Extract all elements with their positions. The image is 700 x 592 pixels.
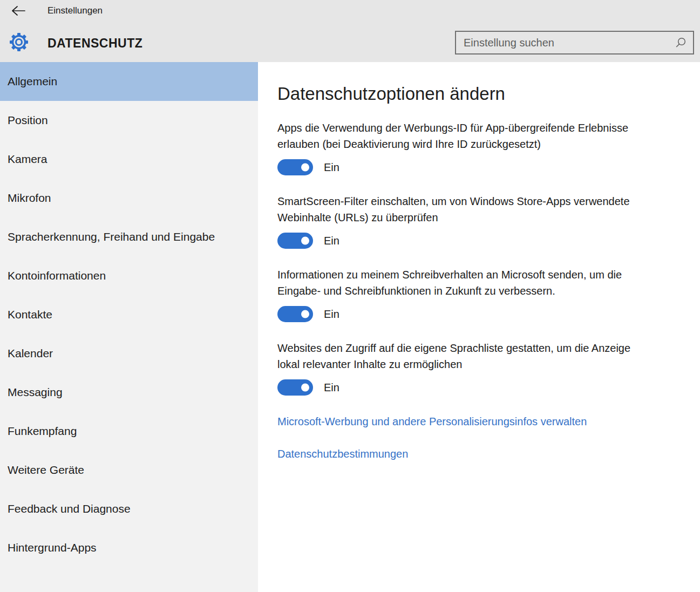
sidebar-item-label: Spracherkennung, Freihand und Eingabe — [8, 230, 215, 243]
privacy-sidebar: Allgemein Position Kamera Mikrofon Sprac… — [0, 62, 258, 592]
toggle-row: Ein — [277, 306, 678, 322]
option-advertising-id: Apps die Verwendung der Werbungs-ID für … — [277, 120, 678, 175]
sidebar-item-label: Funkempfang — [8, 425, 77, 438]
smartscreen-toggle[interactable] — [277, 233, 313, 249]
section-heading: Datenschutzoptionen ändern — [277, 82, 678, 106]
option-description: SmartScreen-Filter einschalten, um von W… — [277, 193, 634, 226]
sidebar-item-kontakte[interactable]: Kontakte — [0, 295, 258, 334]
sidebar-item-label: Kontoinformationen — [8, 269, 106, 282]
sidebar-item-label: Position — [8, 114, 48, 127]
toggle-row: Ein — [277, 233, 678, 249]
option-description: Informationen zu meinem Schreibverhalten… — [277, 267, 634, 299]
typing-info-toggle[interactable] — [277, 306, 313, 322]
sidebar-item-funkempfang[interactable]: Funkempfang — [0, 412, 258, 451]
toggle-row: Ein — [277, 159, 678, 175]
option-smartscreen: SmartScreen-Filter einschalten, um von W… — [277, 193, 678, 249]
sidebar-item-label: Kontakte — [8, 308, 52, 321]
privacy-statement-link[interactable]: Datenschutzbestimmungen — [277, 446, 678, 462]
privacy-general-content: Datenschutzoptionen ändern Apps die Verw… — [258, 62, 700, 592]
sidebar-item-mikrofon[interactable]: Mikrofon — [0, 179, 258, 217]
toggle-knob — [301, 164, 309, 172]
option-language-list: Websites den Zugriff auf die eigene Spra… — [277, 340, 678, 396]
sidebar-item-label: Mikrofon — [8, 192, 51, 205]
sidebar-item-spracherkennung[interactable]: Spracherkennung, Freihand und Eingabe — [0, 217, 258, 256]
sidebar-item-label: Hintergrund-Apps — [8, 541, 97, 554]
option-typing-info: Informationen zu meinem Schreibverhalten… — [277, 267, 678, 322]
sidebar-item-label: Messaging — [8, 386, 63, 399]
window-title: Einstellungen — [47, 5, 103, 16]
settings-gear-icon — [8, 31, 30, 53]
toggle-state-label: Ein — [324, 235, 339, 247]
sidebar-item-label: Weitere Geräte — [8, 464, 84, 477]
sidebar-item-label: Feedback und Diagnose — [8, 502, 131, 515]
sidebar-item-kalender[interactable]: Kalender — [0, 334, 258, 373]
sidebar-item-kontoinformationen[interactable]: Kontoinformationen — [0, 256, 258, 295]
sidebar-item-messaging[interactable]: Messaging — [0, 373, 258, 412]
option-description: Websites den Zugriff auf die eigene Spra… — [277, 340, 634, 372]
sidebar-item-label: Kalender — [8, 347, 53, 360]
advertising-id-toggle[interactable] — [277, 159, 313, 175]
toggle-row: Ein — [277, 379, 678, 396]
search-input[interactable] — [464, 37, 675, 49]
option-description: Apps die Verwendung der Werbungs-ID für … — [277, 120, 634, 152]
sidebar-item-label: Kamera — [8, 153, 47, 166]
page-title: DATENSCHUTZ — [47, 36, 142, 51]
toggle-state-label: Ein — [324, 161, 339, 174]
related-links: Microsoft-Werbung und andere Personalisi… — [277, 413, 678, 462]
sidebar-item-weitere-geraete[interactable]: Weitere Geräte — [0, 451, 258, 489]
toggle-state-label: Ein — [324, 382, 339, 394]
toggle-knob — [301, 237, 309, 245]
sidebar-item-position[interactable]: Position — [0, 101, 258, 140]
toggle-knob — [301, 384, 309, 392]
search-icon[interactable] — [675, 37, 687, 49]
toggle-state-label: Ein — [324, 308, 339, 321]
settings-search-box — [455, 31, 694, 55]
sidebar-item-label: Allgemein — [8, 75, 57, 88]
back-button[interactable] — [9, 3, 28, 19]
toggle-knob — [301, 310, 309, 318]
app-header: Einstellungen — [0, 0, 700, 62]
manage-ads-link[interactable]: Microsoft-Werbung und andere Personalisi… — [277, 413, 678, 430]
sidebar-item-feedback-diagnose[interactable]: Feedback und Diagnose — [0, 489, 258, 528]
back-arrow-icon — [11, 4, 26, 17]
sidebar-item-allgemein[interactable]: Allgemein — [0, 62, 258, 101]
sidebar-item-kamera[interactable]: Kamera — [0, 140, 258, 179]
website-language-list-toggle[interactable] — [277, 379, 313, 396]
sidebar-item-hintergrund-apps[interactable]: Hintergrund-Apps — [0, 528, 258, 567]
